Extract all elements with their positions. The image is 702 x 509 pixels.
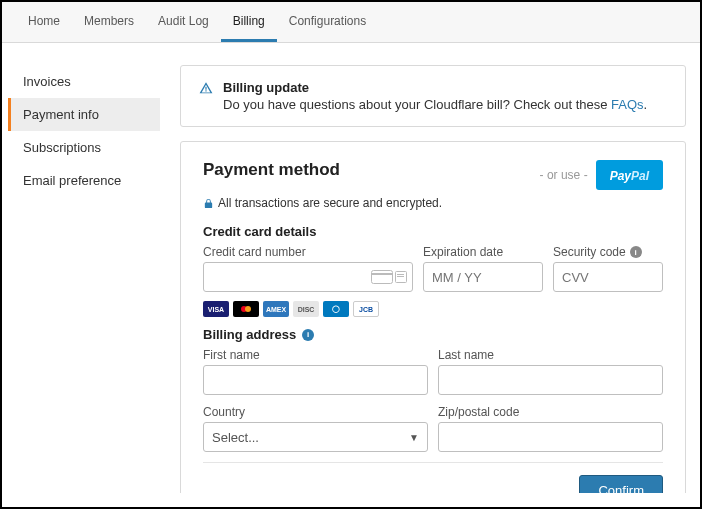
- security-code-label: Security code i: [553, 245, 663, 259]
- info-icon[interactable]: i: [630, 246, 642, 258]
- main-content: Billing update Do you have questions abo…: [180, 65, 686, 493]
- billing-address-title: Billing address i: [203, 327, 663, 342]
- paypal-button[interactable]: PayPal: [596, 160, 663, 190]
- svg-rect-4: [397, 276, 404, 277]
- tab-home[interactable]: Home: [16, 2, 72, 42]
- alert-icon: [199, 81, 213, 112]
- sidebar-item-invoices[interactable]: Invoices: [8, 65, 160, 98]
- payment-method-title: Payment method: [203, 160, 340, 180]
- tab-audit-log[interactable]: Audit Log: [146, 2, 221, 42]
- jcb-icon: JCB: [353, 301, 379, 317]
- or-use-label: - or use -: [540, 168, 588, 182]
- expiration-input[interactable]: [423, 262, 543, 292]
- last-name-input[interactable]: [438, 365, 663, 395]
- billing-alert: Billing update Do you have questions abo…: [180, 65, 686, 127]
- sidebar: Invoices Payment info Subscriptions Emai…: [8, 65, 160, 493]
- payment-method-panel: Payment method - or use - PayPal All tra…: [180, 141, 686, 493]
- card-logos: VISA AMEX DISC ◯ JCB: [203, 301, 413, 317]
- expiration-label: Expiration date: [423, 245, 543, 259]
- chevron-down-icon: ▼: [409, 432, 419, 443]
- first-name-input[interactable]: [203, 365, 428, 395]
- security-code-input[interactable]: [553, 262, 663, 292]
- first-name-label: First name: [203, 348, 428, 362]
- tab-billing[interactable]: Billing: [221, 2, 277, 42]
- alert-body: Do you have questions about your Cloudfl…: [223, 97, 647, 112]
- cc-number-label: Credit card number: [203, 245, 413, 259]
- zip-label: Zip/postal code: [438, 405, 663, 419]
- amex-icon: AMEX: [263, 301, 289, 317]
- tab-members[interactable]: Members: [72, 2, 146, 42]
- mastercard-icon: [233, 301, 259, 317]
- sidebar-item-subscriptions[interactable]: Subscriptions: [8, 131, 160, 164]
- faqs-link[interactable]: FAQs: [611, 97, 644, 112]
- top-nav: Home Members Audit Log Billing Configura…: [2, 2, 700, 43]
- alert-title: Billing update: [223, 80, 647, 95]
- tab-configurations[interactable]: Configurations: [277, 2, 378, 42]
- info-icon[interactable]: i: [302, 329, 314, 341]
- discover-icon: DISC: [293, 301, 319, 317]
- svg-rect-1: [372, 273, 393, 275]
- sidebar-item-email-preference[interactable]: Email preference: [8, 164, 160, 197]
- lock-icon: [203, 198, 214, 209]
- svg-rect-3: [397, 274, 404, 275]
- country-select[interactable]: Select... ▼: [203, 422, 428, 452]
- sidebar-item-payment-info[interactable]: Payment info: [8, 98, 160, 131]
- last-name-label: Last name: [438, 348, 663, 362]
- cc-section-title: Credit card details: [203, 224, 663, 239]
- diners-icon: ◯: [323, 301, 349, 317]
- svg-rect-0: [372, 271, 393, 284]
- card-field-icon: [371, 270, 407, 284]
- country-label: Country: [203, 405, 428, 419]
- secure-note: All transactions are secure and encrypte…: [203, 196, 663, 210]
- zip-input[interactable]: [438, 422, 663, 452]
- confirm-button[interactable]: Confirm: [579, 475, 663, 493]
- visa-icon: VISA: [203, 301, 229, 317]
